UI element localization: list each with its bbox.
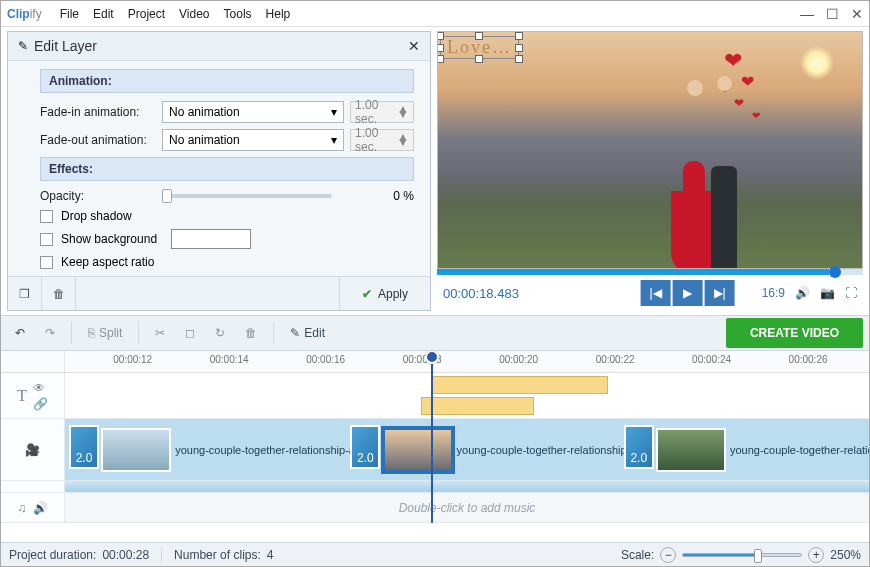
aspect-ratio[interactable]: 16:9 bbox=[762, 286, 785, 300]
text-track: T👁🔗 bbox=[1, 373, 869, 419]
redo-button[interactable]: ↷ bbox=[37, 322, 63, 344]
chevron-down-icon: ▾ bbox=[331, 105, 337, 119]
bg-color-swatch[interactable] bbox=[171, 229, 251, 249]
minimize-icon[interactable]: — bbox=[800, 6, 814, 22]
show-bg-checkbox[interactable] bbox=[40, 233, 53, 246]
delete-icon[interactable]: 🗑 bbox=[237, 322, 265, 344]
zoom-out-icon[interactable]: − bbox=[660, 547, 676, 563]
close-icon[interactable]: ✕ bbox=[851, 6, 863, 22]
menu-edit[interactable]: Edit bbox=[93, 7, 114, 21]
undo-button[interactable]: ↶ bbox=[7, 322, 33, 344]
couple-graphic bbox=[671, 126, 751, 269]
menu-video[interactable]: Video bbox=[179, 7, 209, 21]
duplicate-icon[interactable]: ❐ bbox=[8, 277, 42, 310]
video-clip[interactable]: young-couple-together-relationship-and bbox=[101, 425, 367, 475]
opacity-slider[interactable] bbox=[162, 194, 332, 198]
split-button[interactable]: ⎘Split bbox=[80, 322, 130, 344]
heart-icon: ❤ bbox=[741, 72, 754, 91]
fadein-duration-spin[interactable]: 1.00 sec.▲▼ bbox=[350, 101, 414, 123]
apply-button[interactable]: ✔Apply bbox=[339, 277, 430, 310]
volume-icon[interactable]: 🔊 bbox=[795, 286, 810, 300]
menu-help[interactable]: Help bbox=[266, 7, 291, 21]
status-bar: Project duration: 00:00:28 Number of cli… bbox=[1, 542, 869, 566]
transition-clip[interactable]: 2.0 bbox=[69, 425, 99, 469]
video-clip[interactable]: young-couple-together-relationship-and bbox=[383, 425, 649, 475]
video-subtrack bbox=[1, 481, 869, 493]
fullscreen-icon[interactable]: ⛶ bbox=[845, 286, 857, 300]
preview-canvas[interactable]: ❤ ❤ ❤ ❤ ❤ Love… bbox=[437, 31, 863, 269]
pencil-icon: ✎ bbox=[18, 39, 28, 53]
zoom-in-icon[interactable]: + bbox=[808, 547, 824, 563]
transition-clip[interactable]: 2.0 bbox=[350, 425, 380, 469]
drop-shadow-checkbox[interactable] bbox=[40, 210, 53, 223]
animation-header: Animation: bbox=[40, 69, 414, 93]
menu-file[interactable]: File bbox=[60, 7, 79, 21]
zoom-slider[interactable] bbox=[682, 553, 802, 557]
prev-button[interactable]: |◀ bbox=[641, 280, 671, 306]
app-brand: Clipify bbox=[7, 6, 42, 21]
ruler-tick: 00:00:16 bbox=[306, 354, 345, 365]
menu-project[interactable]: Project bbox=[128, 7, 165, 21]
video-track-body[interactable]: 2.0 young-couple-together-relationship-a… bbox=[65, 419, 869, 480]
volume-icon[interactable]: 🔊 bbox=[33, 501, 48, 515]
ruler-tick: 00:00:22 bbox=[596, 354, 635, 365]
opacity-value: 0 % bbox=[393, 189, 414, 203]
play-button[interactable]: ▶ bbox=[673, 280, 703, 306]
edit-layer-panel: ✎ Edit Layer ✕ Animation: Fade-in animat… bbox=[7, 31, 431, 311]
link-icon[interactable]: 🔗 bbox=[33, 397, 48, 411]
fadeout-duration-spin[interactable]: 1.00 sec.▲▼ bbox=[350, 129, 414, 151]
panel-close-icon[interactable]: ✕ bbox=[408, 38, 420, 54]
ruler-tick: 00:00:26 bbox=[789, 354, 828, 365]
timeline-toolbar: ↶ ↷ ⎘Split ✂ ◻ ↻ 🗑 ✎Edit CREATE VIDEO bbox=[1, 315, 869, 351]
music-icon: ♫ bbox=[18, 501, 27, 515]
playhead-knob[interactable] bbox=[425, 351, 439, 364]
project-duration-label: Project duration: bbox=[9, 548, 96, 562]
keep-ar-checkbox[interactable] bbox=[40, 256, 53, 269]
show-bg-label: Show background bbox=[61, 232, 157, 246]
edit-button[interactable]: ✎Edit bbox=[282, 322, 333, 344]
scale-label: Scale: bbox=[621, 548, 654, 562]
snapshot-icon[interactable]: 📷 bbox=[820, 286, 835, 300]
text-track-body[interactable] bbox=[65, 373, 869, 418]
create-video-button[interactable]: CREATE VIDEO bbox=[726, 318, 863, 348]
heart-icon: ❤ bbox=[752, 110, 760, 121]
sun-graphic bbox=[800, 46, 834, 80]
menubar: Clipify File Edit Project Video Tools He… bbox=[1, 1, 869, 27]
ruler-tick: 00:00:12 bbox=[113, 354, 152, 365]
panel-title: Edit Layer bbox=[34, 38, 97, 54]
fadein-select[interactable]: No animation▾ bbox=[162, 101, 344, 123]
playhead[interactable] bbox=[431, 351, 433, 523]
project-duration-value: 00:00:28 bbox=[102, 548, 149, 562]
maximize-icon[interactable]: ☐ bbox=[826, 6, 839, 22]
video-clip[interactable]: young-couple-together-relationship-and bbox=[656, 425, 869, 475]
text-clip[interactable] bbox=[431, 376, 608, 394]
trash-icon[interactable]: 🗑 bbox=[42, 277, 76, 310]
clip-count-label: Number of clips: bbox=[174, 548, 261, 562]
menu-tools[interactable]: Tools bbox=[224, 7, 252, 21]
audio-track-body[interactable]: Double-click to add music bbox=[65, 493, 869, 522]
rotate-icon[interactable]: ↻ bbox=[207, 322, 233, 344]
camera-icon: 🎥 bbox=[25, 443, 40, 457]
video-track: 🎥 2.0 young-couple-together-relationship… bbox=[1, 419, 869, 481]
transition-clip[interactable]: 2.0 bbox=[624, 425, 654, 469]
crop-icon[interactable]: ◻ bbox=[177, 322, 203, 344]
ruler-tick: 00:00:14 bbox=[210, 354, 249, 365]
timeline-ruler[interactable]: 00:00:12 00:00:14 00:00:16 00:00:18 00:0… bbox=[65, 351, 869, 372]
check-icon: ✔ bbox=[362, 287, 372, 301]
cut-icon[interactable]: ✂ bbox=[147, 322, 173, 344]
eye-icon[interactable]: 👁 bbox=[33, 381, 48, 395]
text-clip[interactable] bbox=[421, 397, 534, 415]
ruler-tick: 00:00:20 bbox=[499, 354, 538, 365]
fadeout-select[interactable]: No animation▾ bbox=[162, 129, 344, 151]
timeline: 00:00:12 00:00:14 00:00:16 00:00:18 00:0… bbox=[1, 351, 869, 542]
drop-shadow-label: Drop shadow bbox=[61, 209, 132, 223]
heart-icon: ❤ bbox=[734, 96, 744, 110]
opacity-label: Opacity: bbox=[40, 189, 156, 203]
audio-track: ♫🔊 Double-click to add music bbox=[1, 493, 869, 523]
heart-icon: ❤ bbox=[724, 48, 742, 74]
fadein-label: Fade-in animation: bbox=[40, 105, 156, 119]
effects-header: Effects: bbox=[40, 157, 414, 181]
text-layer-selection[interactable]: Love… bbox=[440, 36, 519, 59]
fadeout-label: Fade-out animation: bbox=[40, 133, 156, 147]
next-button[interactable]: ▶| bbox=[705, 280, 735, 306]
